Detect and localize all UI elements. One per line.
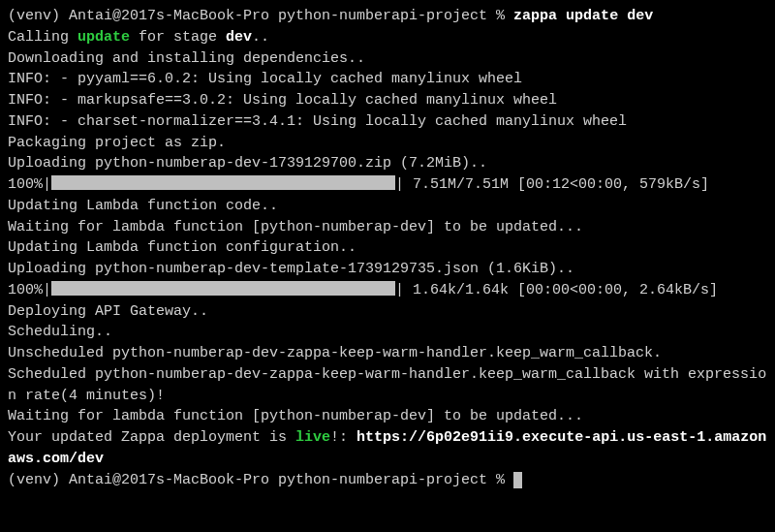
line-calling-update: update — [78, 29, 130, 46]
command-text: zappa update dev — [513, 8, 653, 24]
line-deploying-gateway: Deploying API Gateway.. — [8, 303, 208, 320]
progress-bar-2 — [51, 281, 395, 296]
line-downloading: Downloading and installing dependencies.… — [8, 50, 365, 67]
prompt-dir: python-numberapi-project % — [269, 8, 513, 24]
terminal-output[interactable]: (venv) Antai@2017s-MacBook-Pro python-nu… — [0, 0, 775, 496]
prompt-userhost: Antai@2017s-MacBook-Pro — [69, 8, 269, 24]
line-live-c: !: — [330, 429, 356, 446]
progress-2-left: 100%| — [8, 282, 51, 298]
line-waiting-1: Waiting for lambda function [python-numb… — [8, 219, 583, 235]
line-scheduled: Scheduled python-numberap-dev-zappa-keep… — [8, 366, 766, 404]
line-waiting-2: Waiting for lambda function [python-numb… — [8, 408, 583, 424]
line-info-charset: INFO: - charset-normalizer==3.4.1: Using… — [8, 113, 627, 130]
line-info-pyyaml: INFO: - pyyaml==6.0.2: Using locally cac… — [8, 71, 522, 87]
line-calling-dev: dev — [226, 29, 252, 46]
line-live-a: Your updated Zappa deployment is — [8, 429, 295, 446]
line-live-word: live — [295, 429, 330, 446]
progress-2-right: | 1.64k/1.64k [00:00<00:00, 2.64kB/s] — [395, 282, 718, 298]
line-updating-config: Updating Lambda function configuration.. — [8, 239, 356, 256]
progress-1-left: 100%| — [8, 176, 51, 193]
progress-1-right: | 7.51M/7.51M [00:12<00:00, 579kB/s] — [395, 176, 709, 193]
line-calling-c: for stage — [130, 29, 226, 46]
prompt2-venv: (venv) — [8, 472, 69, 488]
line-updating-code: Updating Lambda function code.. — [8, 198, 278, 214]
line-unscheduled: Unscheduled python-numberap-dev-zappa-ke… — [8, 345, 662, 361]
prompt2-dir: python-numberapi-project % — [269, 472, 513, 488]
line-calling-a: Calling — [8, 29, 78, 46]
line-scheduling: Scheduling.. — [8, 324, 112, 340]
line-packaging: Packaging project as zip. — [8, 135, 226, 151]
progress-bar-1 — [51, 175, 395, 190]
line-uploading-template: Uploading python-numberap-dev-template-1… — [8, 261, 574, 277]
line-info-markupsafe: INFO: - markupsafe==3.0.2: Using locally… — [8, 92, 557, 109]
prompt2-userhost: Antai@2017s-MacBook-Pro — [69, 472, 269, 488]
line-calling-e: .. — [252, 29, 269, 46]
cursor-icon — [513, 472, 522, 488]
line-uploading-zip: Uploading python-numberap-dev-1739129700… — [8, 155, 487, 172]
prompt-venv: (venv) — [8, 8, 69, 24]
